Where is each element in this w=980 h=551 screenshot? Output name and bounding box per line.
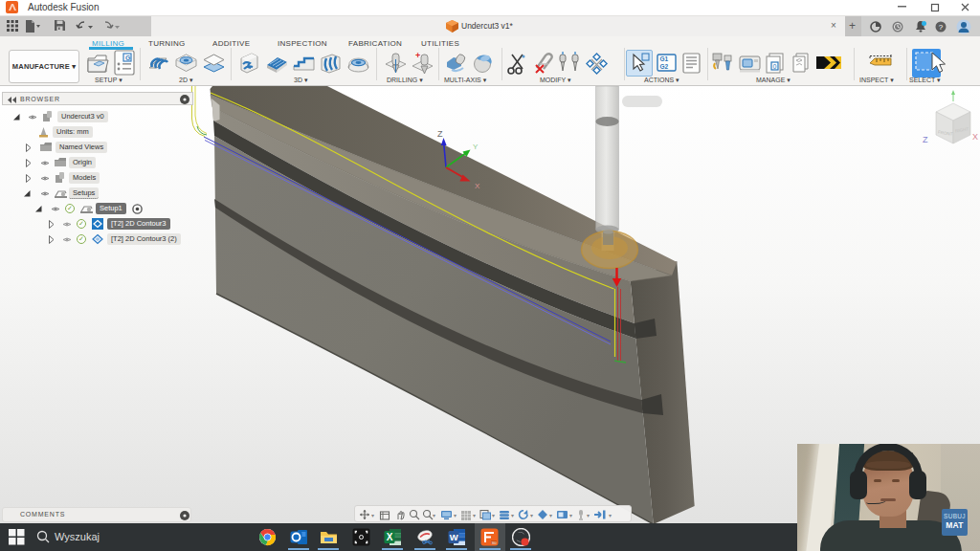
svg-text:X: X <box>475 182 480 190</box>
svg-text:G1: G1 <box>660 55 669 62</box>
svg-text:X: X <box>387 532 393 542</box>
svg-text:Y: Y <box>473 143 479 151</box>
svg-text:X: X <box>972 132 978 142</box>
svg-text:Z: Z <box>923 135 928 144</box>
svg-text:Z: Z <box>437 129 443 139</box>
svg-text:G: G <box>125 55 131 61</box>
svg-text:G2: G2 <box>660 63 669 70</box>
svg-text:360: 360 <box>492 541 498 545</box>
svg-text:0: 0 <box>773 63 777 70</box>
svg-text:W: W <box>450 532 458 542</box>
svg-text:+: + <box>415 51 420 60</box>
svg-text:?: ? <box>939 23 944 32</box>
